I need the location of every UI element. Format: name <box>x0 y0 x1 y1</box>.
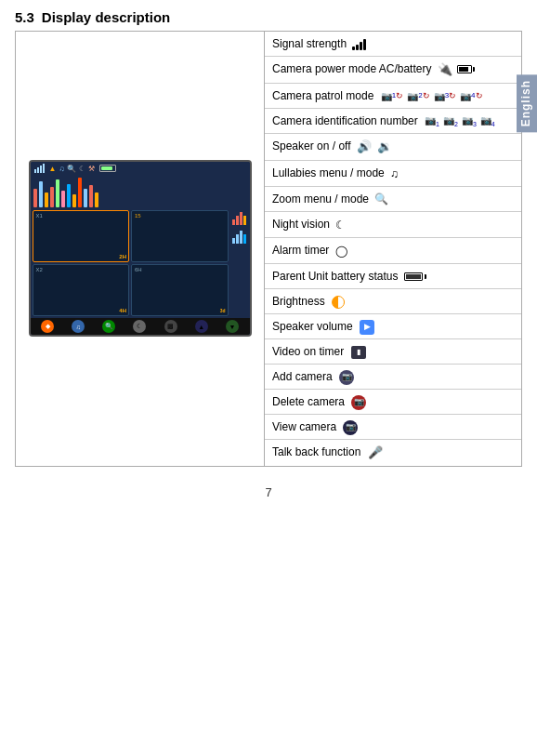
zoom-icon: 🔍 <box>374 191 388 207</box>
cell-camera-id: Camera identification number 📷1 📷2 📷3 📷4 <box>265 108 521 134</box>
label-talkback: Talk back function <box>272 445 360 458</box>
camid-2: 📷2 <box>443 113 458 130</box>
row-video-timer: Video on timer ▮ <box>265 339 521 365</box>
cell-delete-camera: Delete camera 📷 <box>265 390 521 415</box>
signal-icon <box>352 39 366 50</box>
battery-icon <box>457 65 475 73</box>
row-view-camera: View camera 📷 <box>265 415 521 440</box>
cell-alarm-timer: Alarm timer ◯ <box>265 238 521 264</box>
section-number: 5.3 <box>15 9 34 25</box>
cell-speaker-onoff: Speaker on / off 🔊 🔉 <box>265 134 521 161</box>
cell-zoom: Zoom menu / mode 🔍 <box>265 186 521 212</box>
cell-camera-patrol: Camera patrol mode 📷1↻ 📷2↻ 📷3↻ 📷4↻ <box>265 83 521 108</box>
btn-icon-4: ☾ <box>133 320 146 333</box>
cell-talkback: Talk back function 🎤 <box>265 440 521 466</box>
lullaby-icon: ♫ <box>390 166 399 182</box>
cell-view-camera: View camera 📷 <box>265 415 521 440</box>
patrol-cam-4: 📷4↻ <box>460 89 482 103</box>
cell-signal-strength: Signal strength <box>265 32 521 57</box>
description-table: Signal strength Camera power mode AC/bat… <box>265 32 521 466</box>
label-speaker-onoff: Speaker on / off <box>272 139 351 153</box>
btn-icon-6: ▲ <box>195 320 208 333</box>
page-footer: 7 <box>0 467 537 518</box>
cell-parent-battery: Parent Unit battery status <box>265 264 521 289</box>
talkback-icon: 🎤 <box>368 444 383 462</box>
monitor-screen: ▲ ♫ 🔍 ☾ ⚒ <box>29 160 252 337</box>
cell-speaker-volume: Speaker volume ▶ <box>265 314 521 339</box>
row-camera-id: Camera identification number 📷1 📷2 📷3 📷4 <box>265 108 521 134</box>
speaker-vol-icon: ▶ <box>360 320 374 335</box>
add-cam-icon: 📷 <box>339 370 354 385</box>
label-view-camera: View camera <box>272 420 336 433</box>
language-tab: English <box>517 74 537 132</box>
label-speaker-volume: Speaker volume <box>272 320 353 333</box>
left-panel: ▲ ♫ 🔍 ☾ ⚒ <box>16 32 265 466</box>
label-lullabies: Lullabies menu / mode <box>272 166 385 179</box>
del-cam-icon: 📷 <box>351 395 366 410</box>
main-content: ▲ ♫ 🔍 ☾ ⚒ <box>15 31 522 467</box>
row-brightness: Brightness <box>265 289 521 314</box>
cam-cell-3: X2 4H <box>33 264 130 316</box>
label-camera-id: Camera identification number <box>272 114 418 127</box>
btn-icon-5: ▩ <box>164 320 177 333</box>
patrol-cam-1: 📷1↻ <box>381 89 403 103</box>
camid-icons: 📷1 📷2 📷3 📷4 <box>425 113 495 130</box>
cam-cell-4: 6H 3d <box>131 264 229 316</box>
label-alarm-timer: Alarm timer <box>272 244 329 257</box>
row-delete-camera: Delete camera 📷 <box>265 390 521 415</box>
row-alarm-timer: Alarm timer ◯ <box>265 238 521 264</box>
label-zoom: Zoom menu / mode <box>272 192 369 206</box>
patrol-cam-2: 📷2↻ <box>407 89 429 103</box>
cam-cell-1: X1 2H <box>33 210 130 262</box>
page-number: 7 <box>265 485 271 499</box>
section-header: 5.3 Display description <box>0 0 537 31</box>
row-zoom: Zoom menu / mode 🔍 <box>265 186 521 212</box>
section-title: Display description <box>42 9 170 25</box>
cell-add-camera: Add camera 📷 <box>265 365 521 390</box>
right-panel: Signal strength Camera power mode AC/bat… <box>265 32 521 466</box>
label-brightness: Brightness <box>272 295 325 308</box>
label-delete-camera: Delete camera <box>272 395 345 408</box>
label-night-vision: Night vision <box>272 218 330 231</box>
camid-4: 📷4 <box>480 113 495 130</box>
label-video-timer: Video on timer <box>272 345 344 358</box>
brightness-icon <box>332 296 345 309</box>
screen-topbar: ▲ ♫ 🔍 ☾ ⚒ <box>31 162 250 175</box>
cell-camera-power: Camera power mode AC/battery 🔌 <box>265 57 521 84</box>
screen-bars-row <box>31 175 250 208</box>
cell-lullabies: Lullabies menu / mode ♫ <box>265 160 521 186</box>
row-speaker-volume: Speaker volume ▶ <box>265 314 521 339</box>
btn-icon-3: 🔍 <box>102 320 115 333</box>
cell-video-timer: Video on timer ▮ <box>265 339 521 365</box>
speaker-off-icon: 🔉 <box>377 138 392 156</box>
cell-night-vision: Night vision ☾ <box>265 212 521 238</box>
patrol-icons: 📷1↻ 📷2↻ 📷3↻ 📷4↻ <box>381 89 483 103</box>
btn-icon-1: ◆ <box>41 320 54 333</box>
row-night-vision: Night vision ☾ <box>265 212 521 238</box>
row-signal-strength: Signal strength <box>265 32 521 57</box>
camid-1: 📷1 <box>425 113 439 130</box>
plug-icon: 🔌 <box>438 60 452 79</box>
row-speaker-onoff: Speaker on / off 🔊 🔉 <box>265 134 521 161</box>
btn-icon-2: ♫ <box>72 320 85 333</box>
row-camera-patrol: Camera patrol mode 📷1↻ 📷2↻ 📷3↻ 📷4↻ <box>265 83 521 108</box>
row-talkback: Talk back function 🎤 <box>265 440 521 466</box>
row-camera-power: Camera power mode AC/battery 🔌 <box>265 57 521 84</box>
side-bars <box>230 210 248 316</box>
screen-mid: X1 2H X2 4H 15 6H 3d <box>31 208 250 318</box>
screen-left-col: X1 2H X2 4H <box>33 210 130 316</box>
row-parent-battery: Parent Unit battery status <box>265 264 521 289</box>
label-signal-strength: Signal strength <box>272 37 347 50</box>
view-cam-icon: 📷 <box>343 420 358 435</box>
video-timer-icon: ▮ <box>351 346 366 359</box>
label-add-camera: Add camera <box>272 370 333 383</box>
label-camera-power: Camera power mode AC/battery <box>272 62 431 75</box>
label-parent-battery: Parent Unit battery status <box>272 270 398 283</box>
speaker-on-icon: 🔊 <box>357 138 372 156</box>
alarm-icon: ◯ <box>335 243 347 259</box>
camid-3: 📷3 <box>462 113 477 130</box>
screen-bottombar: ◆ ♫ 🔍 ☾ ▩ ▲ ▼ <box>31 318 250 335</box>
nightvision-icon: ☾ <box>335 217 346 233</box>
btn-icon-7: ▼ <box>226 320 239 333</box>
row-lullabies: Lullabies menu / mode ♫ <box>265 160 521 186</box>
